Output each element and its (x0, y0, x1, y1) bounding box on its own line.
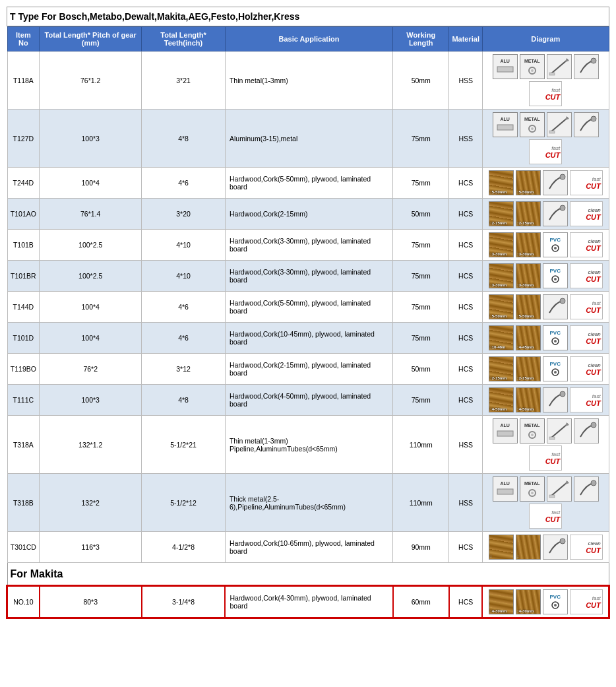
table-row: T118A 76*1.2 3*21 Thin metal(1-3mm) 50mm… (7, 51, 609, 110)
cell-material: HCS (449, 261, 483, 292)
cell-length: 100*3 (40, 385, 142, 416)
cell-length: 100*2.5 (40, 261, 142, 292)
cell-teeth: 5-1/2*12 (142, 474, 226, 532)
svg-rect-7 (497, 125, 513, 130)
cell-material: HCS (449, 323, 483, 354)
cell-material: HSS (449, 474, 483, 532)
cell-length: 76*2 (40, 354, 142, 385)
cell-app: Hardwood,Cork(5-50mm), plywood, laminate… (225, 168, 392, 199)
cell-diagram: ↕ ↕ cleanCUT (482, 532, 609, 563)
svg-point-17 (554, 247, 557, 249)
svg-rect-12 (549, 131, 555, 133)
cell-wl: 50mm (393, 51, 449, 110)
cell-length: 132*1.2 (40, 416, 142, 474)
cell-material: HCS (449, 354, 483, 385)
header-diagram: Diagram (482, 27, 609, 51)
svg-point-6 (591, 58, 596, 63)
cell-diagram: ↕3-30mm ↕3-30mm PVC cleanCUT (482, 261, 609, 292)
section-header-makita: For Makita (7, 563, 609, 587)
makita-material: HCS (449, 586, 483, 618)
cell-length: 100*2.5 (40, 230, 142, 261)
makita-wl: 60mm (393, 586, 449, 618)
cell-item: T101AO (7, 199, 40, 230)
header-teeth: Total Length* Teeth(inch) (142, 27, 226, 51)
svg-line-36 (551, 482, 568, 496)
cell-teeth: 5-1/2*21 (142, 416, 226, 474)
cell-diagram: ALU METAL fastCUT (482, 416, 609, 474)
cell-teeth: 4*8 (142, 110, 226, 168)
table-row: T101D 100*4 4*6 Hardwood,Cork(10-45mm), … (7, 323, 609, 354)
table-row: T318B 132*2 5-1/2*12 Thick metal(2.5-6),… (7, 474, 609, 532)
cell-app: Hardwood,Cork(2-15mm) (225, 199, 392, 230)
cell-diagram: ↕4-50mm ↕4-50mm fastCUT (482, 385, 609, 416)
svg-point-25 (560, 391, 565, 397)
cell-wl: 75mm (393, 323, 449, 354)
cell-diagram: ↕5-50mm ↕5-50mm fastCUT (482, 292, 609, 323)
svg-marker-37 (565, 480, 569, 484)
svg-point-32 (591, 422, 596, 428)
svg-point-20 (560, 298, 565, 304)
table-row: T244D 100*4 4*6 Hardwood,Cork(5-50mm), p… (7, 168, 609, 199)
cell-teeth: 3*20 (142, 199, 226, 230)
cell-item: T111C (7, 385, 40, 416)
cell-app: Hardwood,Cork(3-30mm), plywood, laminate… (225, 261, 392, 292)
table-row: T127D 100*3 4*8 Aluminum(3-15),metal 75m… (7, 110, 609, 168)
cell-wl: 75mm (393, 385, 449, 416)
cell-app: Aluminum(3-15),metal (225, 110, 392, 168)
table-row: T144D 100*4 4*6 Hardwood,Cork(5-50mm), p… (7, 292, 609, 323)
svg-rect-31 (549, 437, 555, 440)
cell-wl: 110mm (393, 416, 449, 474)
cell-teeth: 4*6 (142, 323, 226, 354)
header-total-length: Total Length* Pitch of gear (mm) (40, 27, 142, 51)
cell-diagram: ↕10-46m ↕4-45mm PVC cleanCUT (482, 323, 609, 354)
cell-length: 76*1.4 (40, 199, 142, 230)
cell-wl: 75mm (393, 261, 449, 292)
cell-material: HSS (449, 416, 483, 474)
header-basic-app: Basic Application (225, 27, 392, 51)
cell-wl: 75mm (393, 168, 449, 199)
cell-diagram: ↕5-50mm ↕5-50mm fastCUT (482, 168, 609, 199)
header-working-length: Working Length (393, 27, 449, 51)
svg-rect-26 (497, 431, 513, 436)
cell-teeth: 3*21 (142, 51, 226, 110)
header-item-no: Item No (7, 27, 40, 51)
table-row: T101AO 76*1.4 3*20 Hardwood,Cork(2-15mm)… (7, 199, 609, 230)
makita-length: 80*3 (40, 586, 142, 618)
cell-item: T144D (7, 292, 40, 323)
svg-line-3 (551, 59, 568, 74)
cell-teeth: 4-1/2*8 (142, 532, 226, 563)
svg-line-10 (551, 117, 568, 132)
cell-material: HCS (449, 199, 483, 230)
svg-point-13 (591, 116, 596, 121)
cell-teeth: 4*6 (142, 168, 226, 199)
cell-wl: 110mm (393, 474, 449, 532)
table-row: T111C 100*3 4*8 Hardwood,Cork(4-50mm), p… (7, 385, 609, 416)
cell-material: HSS (449, 110, 483, 168)
cell-app: Thin metal(1-3mm) Pipeline,AluminumTubes… (225, 416, 392, 474)
table-row: T119BO 76*2 3*12 Hardwood,Cork(2-15mm), … (7, 354, 609, 385)
svg-rect-38 (549, 495, 555, 498)
svg-point-15 (560, 205, 565, 211)
cell-teeth: 4*8 (142, 385, 226, 416)
cell-app: Hardwood,Cork(10-65mm), plywood, laminat… (225, 532, 392, 563)
cell-length: 132*2 (40, 474, 142, 532)
cell-wl: 75mm (393, 230, 449, 261)
cell-app: Thick metal(2.5-6),Pipeline,AluminumTube… (225, 474, 392, 532)
svg-point-22 (554, 340, 557, 343)
cell-teeth: 4*6 (142, 292, 226, 323)
cell-item: T244D (7, 168, 40, 199)
cell-item: T101B (7, 230, 40, 261)
svg-point-2 (531, 69, 534, 72)
cell-app: Hardwood,Cork(10-45mm), plywood, laminat… (225, 323, 392, 354)
cell-teeth: 4*10 (142, 261, 226, 292)
cell-material: HCS (449, 385, 483, 416)
cell-item: T101BR (7, 261, 40, 292)
cell-length: 116*3 (40, 532, 142, 563)
cell-material: HCS (449, 230, 483, 261)
svg-point-39 (591, 480, 596, 486)
makita-teeth: 3-1/4*8 (142, 586, 226, 618)
cell-app: Thin metal(1-3mm) (225, 51, 392, 110)
cell-item: T119BO (7, 354, 40, 385)
cell-item: T301CD (7, 532, 40, 563)
cell-item: T101D (7, 323, 40, 354)
